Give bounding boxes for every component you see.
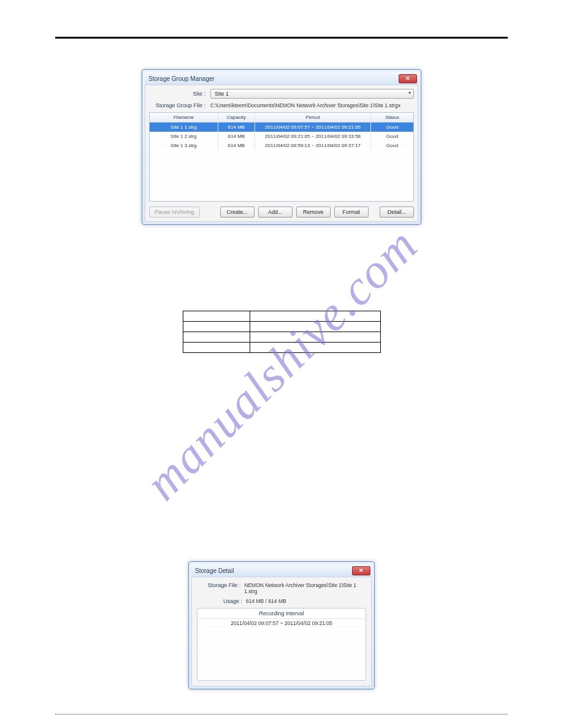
close-icon[interactable]: ✕ <box>352 566 370 575</box>
cell-capacity: 614 MB <box>218 141 255 150</box>
storage-grid-body[interactable]: Site 1 1.strg 614 MB 2011/04/02 09:07:57… <box>150 123 413 201</box>
doc-table <box>183 311 381 353</box>
sd-file-value: NEMON Network Archiver Storages\Site 1\S… <box>244 582 366 594</box>
sd-usage-label: Usage : <box>197 598 246 604</box>
sgm-title: Storage Group Manager <box>148 75 215 82</box>
cell-status: Good <box>371 132 413 141</box>
site-dropdown-value: Site 1 <box>215 91 229 97</box>
cell-status: Good <box>371 123 413 132</box>
pause-archiving-button[interactable]: Pause Archiving <box>149 207 200 218</box>
cell-period: 2011/04/02 09:21:05 ~ 2011/04/02 09:33:5… <box>255 132 371 141</box>
table-row <box>183 311 380 322</box>
group-file-path: C:\Users\kteem\Documents\NEMON Network A… <box>210 102 414 108</box>
table-row[interactable]: Site 1 2.strg 614 MB 2011/04/02 09:21:05… <box>150 132 413 141</box>
table-row[interactable]: Site 1 1.strg 614 MB 2011/04/02 09:07:57… <box>150 123 413 132</box>
recording-interval-title: Recording Interval <box>197 609 366 619</box>
table-row[interactable]: Site 1 3.strg 614 MB 2011/04/02 08:59:13… <box>150 141 413 150</box>
page-bottom-rule <box>55 714 508 715</box>
cell-filename: Site 1 3.strg <box>150 141 218 150</box>
cell-status: Good <box>371 141 413 150</box>
sgm-titlebar: Storage Group Manager ✕ <box>145 72 418 85</box>
detail-button[interactable]: Detail... <box>380 207 414 218</box>
col-filename[interactable]: Filename <box>150 113 218 122</box>
recording-interval-body: 2011/04/02 09:07:57 ~ 2011/04/02 09:21:0… <box>197 619 366 680</box>
page-top-rule <box>55 37 508 39</box>
table-row <box>183 343 380 353</box>
cell-period: 2011/04/02 09:07:57 ~ 2011/04/02 09:21:0… <box>255 123 371 132</box>
col-capacity[interactable]: Capacity <box>218 113 255 122</box>
storage-grid-header: Filename Capacity Period Status <box>150 113 413 123</box>
cell-period: 2011/04/02 08:59:13 ~ 2011/04/02 09:37:1… <box>255 141 371 150</box>
recording-interval-row: 2011/04/02 09:07:57 ~ 2011/04/02 09:21:0… <box>197 619 366 628</box>
cell-capacity: 614 MB <box>218 123 255 132</box>
close-icon[interactable]: ✕ <box>399 74 417 83</box>
storage-detail-dialog: Storage Detail ✕ Storage File : NEMON Ne… <box>188 561 375 689</box>
add-button[interactable]: Add... <box>258 207 293 218</box>
group-file-label: Storage Group File : <box>149 102 210 108</box>
sd-file-label: Storage File : <box>197 582 244 594</box>
storage-grid: Filename Capacity Period Status Site 1 1… <box>149 112 414 202</box>
storage-group-manager-dialog: Storage Group Manager ✕ Site : Site 1 St… <box>142 69 421 225</box>
col-period[interactable]: Period <box>255 113 371 122</box>
recording-interval-panel: Recording Interval 2011/04/02 09:07:57 ~… <box>197 608 366 681</box>
cell-capacity: 614 MB <box>218 132 255 141</box>
format-button[interactable]: Format <box>334 207 369 218</box>
cell-filename: Site 1 2.strg <box>150 132 218 141</box>
remove-button[interactable]: Remove <box>296 207 331 218</box>
sd-title: Storage Detail <box>195 567 234 574</box>
sd-titlebar: Storage Detail ✕ <box>191 564 372 577</box>
col-status[interactable]: Status <box>371 113 413 122</box>
site-dropdown[interactable]: Site 1 <box>210 89 414 99</box>
cell-filename: Site 1 1.strg <box>150 123 218 132</box>
create-button[interactable]: Create... <box>220 207 255 218</box>
table-row <box>183 332 380 343</box>
watermark-text: manualshive.com <box>134 217 429 511</box>
table-row <box>183 322 380 332</box>
sd-usage-value: 614 MB / 614 MB <box>246 598 286 604</box>
site-label: Site : <box>149 91 210 97</box>
